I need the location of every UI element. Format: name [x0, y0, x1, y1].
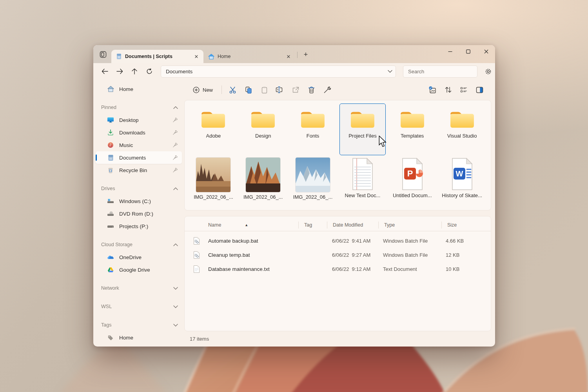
tab-divider — [297, 52, 298, 58]
sidebar-item-music[interactable]: ♪ Music — [96, 139, 182, 151]
sidebar-section-pinned[interactable]: Pinned — [93, 101, 184, 114]
sidebar-item-projects-p[interactable]: Projects (P:) — [96, 220, 182, 232]
settings-button[interactable] — [481, 65, 495, 77]
tab-title: Home — [218, 54, 281, 59]
drive-icon — [107, 223, 114, 230]
tab-close-icon[interactable]: ✕ — [192, 53, 200, 60]
file-size: 4.66 KB — [440, 238, 479, 244]
paste-button[interactable] — [257, 83, 271, 96]
forward-button[interactable] — [113, 65, 126, 77]
items-count: 17 items — [190, 336, 209, 342]
sidebar-section-drives[interactable]: Drives — [93, 182, 184, 195]
file-tile-image-2[interactable]: IMG_2022_06_... — [240, 155, 287, 205]
properties-button[interactable] — [320, 83, 334, 96]
sidebar-item-label: Home — [119, 335, 178, 341]
close-button[interactable] — [477, 45, 495, 58]
cut-icon — [229, 86, 237, 94]
file-row-cleanup-temp[interactable]: Cleanup temp.bat 6/06/22 9:27 AM Windows… — [185, 248, 491, 262]
file-date-modified: 6/06/22 9:41 AM — [327, 238, 377, 244]
sidebar-item-onedrive[interactable]: OneDrive — [96, 251, 182, 263]
sidebar-section-network[interactable]: Network — [93, 282, 184, 294]
cut-button[interactable] — [226, 83, 240, 96]
forward-icon — [116, 69, 123, 74]
sort-button[interactable] — [441, 83, 455, 96]
tab-title: Documents | Scripts — [125, 54, 189, 59]
search-input[interactable] — [408, 69, 477, 74]
folder-tile-visual-studio[interactable]: Visual Studio — [439, 103, 485, 155]
up-button[interactable] — [128, 65, 141, 77]
sort-ascending-icon[interactable]: ▲ — [245, 223, 248, 227]
folder-tile-fonts[interactable]: Fonts — [290, 103, 336, 155]
file-tile-image-3[interactable]: IMG_2022_06_... — [290, 155, 336, 205]
file-tile-image-1[interactable]: IMG_2022_06_... — [190, 155, 237, 205]
address-input[interactable] — [166, 69, 388, 74]
new-tab-button[interactable]: + — [301, 49, 311, 60]
section-label: Network — [101, 285, 173, 291]
sidebar-section-wsl[interactable]: WSL — [93, 300, 184, 313]
sidebar-item-downloads[interactable]: Downloads — [96, 126, 182, 139]
sidebar-item-dvd-d[interactable]: DVD Rom (D:) — [96, 207, 182, 220]
details-pane-button[interactable] — [472, 83, 486, 96]
home-tab-icon — [208, 54, 214, 60]
minimize-button[interactable] — [441, 45, 459, 58]
file-tile-untitled-presentation[interactable]: P Untitled Docum... — [389, 155, 436, 205]
dvd-drive-icon — [107, 210, 114, 217]
sidebar-item-windows-c[interactable]: Windows (C:) — [96, 195, 182, 207]
sidebar-item-documents[interactable]: Documents — [96, 151, 182, 164]
sidebar-item-label: Recycle Bin — [119, 167, 167, 173]
trash-icon — [308, 86, 315, 94]
column-header-tag[interactable]: Tag — [304, 222, 312, 228]
select-thumbnails-button[interactable] — [425, 83, 439, 96]
section-label: Drives — [101, 186, 173, 191]
folder-tile-project-files[interactable]: Project Files — [339, 103, 386, 155]
folder-tile-design[interactable]: Design — [240, 103, 287, 155]
text-document-icon — [350, 158, 376, 191]
file-row-automate-backup[interactable]: Automate backup.bat 6/06/22 9:41 AM Wind… — [185, 234, 491, 248]
google-drive-icon — [107, 266, 114, 273]
folder-icon — [200, 109, 226, 129]
tab-list-icon — [100, 51, 107, 58]
folder-tile-adobe[interactable]: Adobe — [190, 103, 237, 155]
sidebar-item-google-drive[interactable]: Google Drive — [96, 263, 182, 276]
sidebar-item-recycle-bin[interactable]: Recycle Bin — [96, 164, 182, 176]
tab-documents-scripts[interactable]: Documents | Scripts ✕ — [111, 50, 203, 63]
tab-list-button[interactable] — [97, 49, 109, 60]
tab-close-icon[interactable]: ✕ — [285, 53, 292, 60]
chevron-down-icon — [173, 305, 178, 308]
file-tile-history-of-skate[interactable]: W History of Skate... — [439, 155, 485, 205]
search-box[interactable] — [403, 65, 477, 78]
file-row-database-maintenance[interactable]: Database maintenance.txt 6/06/22 9:12 AM… — [185, 262, 491, 276]
batch-file-icon — [193, 251, 200, 259]
svg-text:P: P — [407, 169, 413, 178]
copy-button[interactable] — [241, 83, 256, 96]
refresh-button[interactable] — [143, 65, 156, 77]
address-bar[interactable] — [161, 65, 396, 78]
file-name: IMG_2022_06_... — [293, 194, 332, 200]
rename-icon — [276, 86, 284, 93]
sidebar-item-home[interactable]: Home — [96, 83, 182, 95]
folder-name: Visual Studio — [447, 133, 477, 139]
file-tile-new-text-doc[interactable]: New Text Doc... — [339, 155, 386, 205]
sidebar-section-tags[interactable]: Tags — [93, 319, 184, 331]
maximize-button[interactable] — [459, 45, 477, 58]
sidebar-section-cloud-storage[interactable]: Cloud Storage — [93, 238, 184, 251]
column-header-size[interactable]: Size — [447, 222, 457, 228]
rename-button[interactable] — [273, 83, 287, 96]
back-button[interactable] — [98, 65, 111, 77]
batch-file-icon — [193, 237, 200, 245]
delete-button[interactable] — [304, 83, 318, 96]
column-header-name[interactable]: Name — [208, 222, 221, 228]
view-button[interactable] — [457, 83, 471, 96]
sidebar-item-tag-home[interactable]: Home — [96, 331, 182, 344]
sidebar-item-desktop[interactable]: Desktop — [96, 114, 182, 126]
commandbar-divider — [221, 85, 222, 94]
sort-icon — [445, 86, 452, 93]
new-button[interactable]: New — [189, 83, 218, 96]
folder-tile-templates[interactable]: Templates — [389, 103, 436, 155]
tab-home[interactable]: Home ✕ — [203, 50, 296, 63]
column-header-type[interactable]: Type — [384, 222, 395, 228]
column-header-date-modified[interactable]: Date Modified — [333, 222, 363, 228]
folder-icon — [250, 109, 276, 129]
address-chevron-down-icon[interactable] — [388, 70, 392, 73]
share-button[interactable] — [289, 83, 303, 96]
